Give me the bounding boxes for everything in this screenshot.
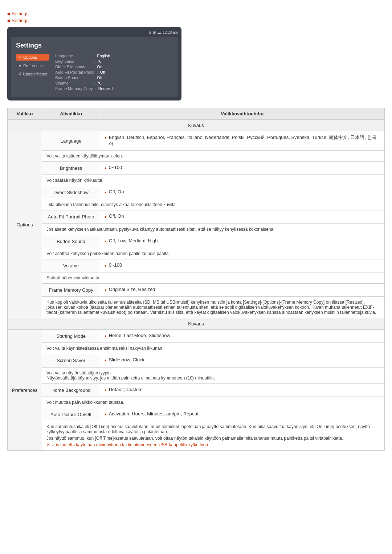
submenu-cell-homebackground: Home Background	[42, 383, 100, 397]
submenu-cell-autopicture: Auto Picture On/Off	[42, 408, 100, 421]
device-mockup: ⊕ ▣ ▬ 12:28 am Settings ⚙ Options ★ Pref…	[7, 27, 181, 100]
desc-brightness: Voit säätää näytön kirkkautta.	[42, 175, 385, 186]
preference-icon: ★	[18, 63, 22, 68]
desc-screensaver: Voit valita näytönsäästäjän tyypin. Näyt…	[42, 367, 385, 383]
submenu-cell-volume: Volume	[42, 259, 100, 272]
submenu-cell-language: Language	[42, 131, 100, 151]
options-cell-startingmode: Home, Last Mode, Slideshow	[100, 330, 385, 343]
breadcrumb-top: ■ Settings	[7, 11, 385, 16]
options-cell-framememorycopy: Original Size, Resized	[100, 283, 385, 296]
options-cell-directslideshow: Off, On	[100, 186, 385, 199]
table-row: Voit valita laitteen käyttöliittymän kie…	[8, 151, 385, 162]
device-sidebar-preference[interactable]: ★ Preference	[16, 62, 49, 69]
table-row: Frame Memory Copy Original Size, Resized	[8, 283, 385, 296]
status-icon-2: ▣	[153, 30, 156, 34]
device-content-area: Language:English Brightness:70 Direct Sl…	[55, 54, 173, 92]
breadcrumb-sub: ■ Settings	[7, 18, 385, 23]
device-sidebar-menu: ⚙ Options ★ Preference ↺ Update/Reset La…	[16, 54, 173, 92]
table-row: Button Sound Off, Low, Medium, High	[8, 235, 385, 248]
table-row: Voit säätää näytön kirkkautta.	[8, 175, 385, 186]
menu-cell-options: Options	[8, 131, 42, 318]
subheader-kuvaus-2: Kuvaus	[8, 318, 385, 330]
status-time: 12:28 am	[163, 30, 178, 34]
menu-cell-preferences: Preferences	[8, 330, 42, 451]
desc-autopicture: Kun sammutusaika eli [Off Time]-asetus s…	[42, 421, 385, 450]
options-icon: ⚙	[18, 55, 22, 59]
desc-framememorycopy: Kun kopioit valokuvia ulkoiselta tallenn…	[42, 297, 385, 318]
table-row: Direct Slideshow Off, On	[8, 186, 385, 199]
options-cell-volume: 0~100	[100, 259, 385, 272]
table-row: Jos asetat kehyksen vaakasuuntaan, pysty…	[8, 223, 385, 235]
col-header-submenu: Alivalikko	[42, 108, 100, 120]
device-statusbar: ⊕ ▣ ▬ 12:28 am	[11, 30, 178, 34]
options-cell-autopicture: Activation, Hours, Minutes, am/pm, Repea…	[100, 408, 385, 421]
table-row: Voit muuttaa päävalikkoikkunan taustaa.	[8, 397, 385, 408]
table-row: Voit valita käynnistettäessä ensimmäisek…	[8, 343, 385, 354]
update-icon: ↺	[18, 71, 21, 76]
desc-volume: Säätää äänenvoimakkuutta.	[42, 272, 385, 283]
table-row: Auto Fit Portrait Photo Off, On	[8, 210, 385, 223]
table-row: Screen Saver Slideshow, Clock	[8, 354, 385, 367]
submenu-cell-brightness: Brightness	[42, 162, 100, 175]
table-row: Options Language English, Deutsch, Españ…	[8, 131, 385, 151]
table-row: Liitä ulkoinen tallennuslaite, diaesitys…	[8, 199, 385, 210]
status-icon-1: ⊕	[148, 30, 151, 34]
desc-startingmode: Voit valita käynnistettäessä ensimmäisek…	[42, 343, 385, 354]
device-sidebar-options[interactable]: ⚙ Options	[16, 54, 49, 61]
table-row: Brightness 0~100	[8, 162, 385, 175]
device-sidebar-update[interactable]: ↺ Update/Reset	[16, 70, 49, 77]
col-header-menu: Valikko	[8, 108, 42, 120]
table-row: Kun kopioit valokuvia ulkoiselta tallenn…	[8, 297, 385, 318]
options-cell-buttonsound: Off, Low, Medium, High	[100, 235, 385, 248]
table-row: Säätää äänenvoimakkuutta.	[8, 272, 385, 283]
submenu-cell-autofitportrait: Auto Fit Portrait Photo	[42, 210, 100, 223]
status-icon-3: ▬	[158, 30, 161, 34]
submenu-cell-startingmode: Starting Mode	[42, 330, 100, 343]
desc-buttonsound: Voit asettaa kehyksen painikkeiden äänen…	[42, 248, 385, 259]
device-sidebar: ⚙ Options ★ Preference ↺ Update/Reset	[16, 54, 49, 92]
warning-text: Jos tuotetta käytetään mininäyttönä tai …	[46, 442, 380, 447]
breadcrumb-sub-label: Settings	[12, 18, 29, 23]
subheader-kuvaus: Kuvaus	[8, 120, 385, 131]
table-row: Voit valita näytönsäästäjän tyypin. Näyt…	[8, 367, 385, 383]
submenu-cell-buttonsound: Button Sound	[42, 235, 100, 248]
settings-icon-top: ■	[7, 11, 10, 16]
desc-autofitportrait: Jos asetat kehyksen vaakasuuntaan, pysty…	[42, 223, 385, 235]
options-cell-homebackground: Default, Custom	[100, 383, 385, 397]
submenu-cell-screensaver: Screen Saver	[42, 354, 100, 367]
table-row: Kuvaus	[8, 318, 385, 330]
options-cell-screensaver: Slideshow, Clock	[100, 354, 385, 367]
options-cell-brightness: 0~100	[100, 162, 385, 175]
device-screen: Settings ⚙ Options ★ Preference ↺ Update…	[11, 37, 178, 97]
main-table: Valikko Alivalikko Valikkovaihtoehdot Ku…	[7, 108, 385, 451]
options-cell-autofitportrait: Off, On	[100, 210, 385, 223]
submenu-cell-directslideshow: Direct Slideshow	[42, 186, 100, 199]
desc-language: Voit valita laitteen käyttöliittymän kie…	[42, 151, 385, 162]
breadcrumb-top-label: Settings	[12, 11, 29, 16]
desc-homebackground: Voit muuttaa päävalikkoikkunan taustaa.	[42, 397, 385, 408]
table-row: Home Background Default, Custom	[8, 383, 385, 397]
desc-directslideshow: Liitä ulkoinen tallennuslaite, diaesitys…	[42, 199, 385, 210]
device-screen-title: Settings	[16, 42, 173, 49]
table-row: Volume 0~100	[8, 259, 385, 272]
submenu-cell-framememorycopy: Frame Memory Copy	[42, 283, 100, 296]
table-row: Voit asettaa kehyksen painikkeiden äänen…	[8, 248, 385, 259]
options-cell-language: English, Deutsch, Español, Français, Ita…	[100, 131, 385, 151]
table-row: Kun sammutusaika eli [Off Time]-asetus s…	[8, 421, 385, 450]
table-row: Preferences Starting Mode Home, Last Mod…	[8, 330, 385, 343]
table-row: Auto Picture On/Off Activation, Hours, M…	[8, 408, 385, 421]
settings-icon-sub: ■	[7, 18, 10, 23]
col-header-options: Valikkovaihtoehdot	[100, 108, 385, 120]
